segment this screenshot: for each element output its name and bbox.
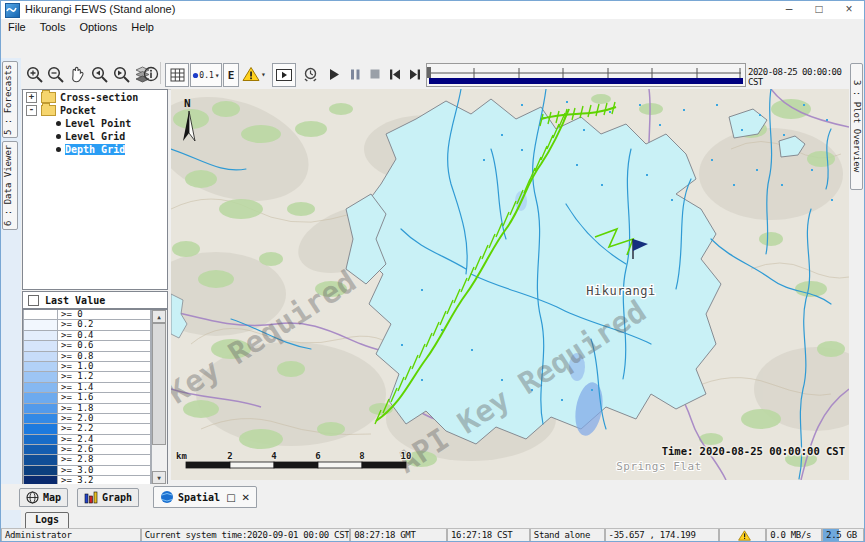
status-warning-cell[interactable] [719,529,766,542]
svg-text:6: 6 [315,451,320,461]
threshold-value: 0.1 [199,71,213,80]
folder-icon [41,105,56,116]
class-threshold-dropdown[interactable]: 0.1 ▾ [190,63,222,87]
legend-toggle-icon[interactable]: E [223,63,239,87]
legend-scrollbar[interactable]: ▲ ▼ [151,310,167,484]
legend-swatch [23,466,58,476]
tree-item-depth-grid[interactable]: Depth Grid [23,143,167,155]
globe-wire-icon [26,491,39,504]
status-gmt-time: 08:27:18 GMT [350,529,447,542]
legend-swatch [23,310,58,320]
legend-swatch [23,352,58,362]
tab-data-viewer[interactable]: 6 : Data Viewer [2,141,18,230]
collapse-icon[interactable]: - [26,105,37,116]
legend-swatch [23,393,58,403]
tab-map[interactable]: Map [19,488,68,507]
status-download-rate: 0.0 MB/s [766,529,822,542]
grid-display-icon[interactable] [165,63,189,87]
tab-spatial[interactable]: Spatial □ ✕ [153,486,257,508]
timeline-thumb[interactable] [427,67,431,78]
warning-icon [738,530,751,541]
zoom-next-icon[interactable] [112,63,131,85]
tab-forecasts[interactable]: 5 : Forecasts [2,61,18,138]
legend-swatch [23,383,58,393]
tree-item-cross-section[interactable]: +Cross-section [23,91,167,103]
last-value-label: Last Value [45,295,105,306]
menu-help[interactable]: Help [124,19,161,36]
tree-item-label: Level Point [65,118,131,129]
thresholds-warning-dropdown[interactable]: ▾ [240,63,268,85]
play-button[interactable] [328,63,340,85]
scrollbar-thumb[interactable] [152,323,166,445]
animation-interval-icon[interactable] [301,63,320,85]
svg-text:4: 4 [271,451,277,461]
main-toolbar: ? [1,36,864,58]
export-animation-icon[interactable] [272,63,296,87]
status-system-time: Current system time:2020-09-01 00:00 CST [141,529,351,542]
svg-text:2: 2 [227,451,232,461]
legend-swatch [23,331,58,341]
map-canvas[interactable]: Hikurangi Springs Flat API Key Required … [171,89,849,480]
stop-button[interactable] [369,63,381,85]
application-window: Hikurangi FEWS (Stand alone) – □ × FileT… [0,0,865,542]
next-frame-button[interactable] [408,63,422,85]
layer-tree: +Cross-section-PocketLevel PointLevel Gr… [22,89,168,290]
scroll-down-icon[interactable]: ▼ [152,471,166,484]
zoom-in-icon[interactable] [25,63,44,85]
legend-row: >= 0.6 [23,341,151,351]
tab-restore-icon[interactable]: □ [226,492,235,503]
tab-plot-overview[interactable]: 3 : Plot Overview [850,63,863,190]
legend-swatch [23,404,58,414]
tree-item-label: Pocket [60,105,96,116]
bar-chart-icon [84,491,98,504]
legend-list: >= 0>= 0.2>= 0.4>= 0.6>= 0.8>= 1.0>= 1.2… [23,310,151,484]
status-coordinates: -35.657 , 174.199 [605,529,720,542]
chevron-down-icon: ▾ [215,71,220,80]
window-title: Hikurangi FEWS (Stand alone) [25,3,175,15]
pan-icon[interactable] [68,63,86,85]
tree-item-label: Cross-section [60,92,138,103]
tree-item-level-grid[interactable]: Level Grid [23,130,167,142]
status-local-time: 16:27:18 CST [447,529,530,542]
last-value-checkbox[interactable] [28,295,39,306]
zoom-out-icon[interactable] [46,63,65,85]
title-bar: Hikurangi FEWS (Stand alone) – □ × [1,1,864,20]
layer-bullet-icon [56,147,61,152]
tree-item-level-point[interactable]: Level Point [23,117,167,129]
map-time-label: Time: 2020-08-25 00:00:00 CST [662,445,845,457]
tree-item-pocket[interactable]: -Pocket [23,104,167,116]
timeline-slider[interactable] [426,63,746,87]
legend-swatch [23,455,58,465]
tab-graph[interactable]: Graph [77,488,139,507]
legend-header: Last Value [22,291,168,309]
info-icon[interactable] [142,63,160,85]
pause-button[interactable] [349,63,361,85]
svg-text:10: 10 [401,451,412,461]
menu-file[interactable]: File [1,19,33,36]
layer-bullet-icon [56,121,61,126]
menu-tools[interactable]: Tools [33,19,73,36]
status-bar: Administrator Current system time:2020-0… [1,528,864,542]
tab-close-icon[interactable]: ✕ [242,492,250,503]
map-view[interactable]: Hikurangi Springs Flat API Key Required … [171,89,849,480]
spatial-globe-icon [160,490,174,504]
folder-icon [41,92,56,103]
close-button[interactable]: × [834,1,864,19]
zoom-previous-icon[interactable] [90,63,109,85]
current-datetime-label: 2020-08-25 00:00:00 CST [748,67,848,87]
legend-label: >= 1.6 [58,393,151,403]
status-user: Administrator [1,529,141,542]
place-label-springs-flat: Springs Flat [616,460,701,473]
menu-options[interactable]: Options [72,19,124,36]
app-icon [5,3,20,18]
svg-text:km: km [176,451,187,461]
previous-frame-button[interactable] [388,63,402,85]
minimize-button[interactable]: – [774,1,804,19]
svg-text:8: 8 [359,451,364,461]
tree-item-label: Depth Grid [65,144,125,155]
expand-icon[interactable]: + [26,92,37,103]
toolbar-separator [160,62,161,84]
maximize-button[interactable]: □ [804,1,834,19]
legend-swatch [23,435,58,445]
scroll-up-icon[interactable]: ▲ [152,310,166,323]
